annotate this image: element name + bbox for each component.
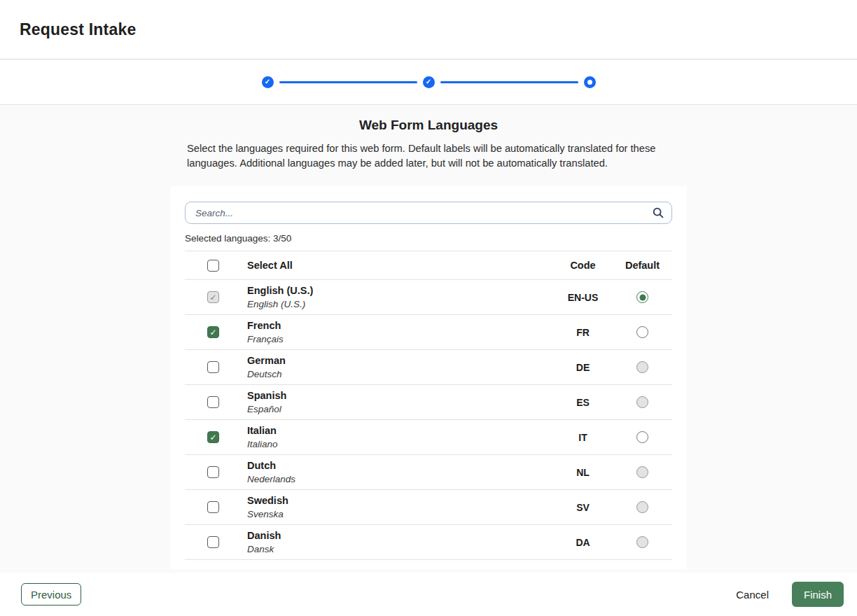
language-name: German	[247, 354, 553, 367]
row-checkbox[interactable]: ✓	[207, 361, 219, 373]
table-row: ✓ German Deutsch DE	[185, 350, 672, 385]
previous-button[interactable]: Previous	[21, 583, 81, 606]
language-code: NL	[553, 467, 613, 478]
default-radio[interactable]	[636, 431, 648, 443]
language-native-name: Dansk	[247, 543, 553, 555]
table-row: ✓ Danish Dansk DA	[185, 525, 672, 560]
step-connector	[279, 81, 417, 83]
language-code: EN-US	[553, 292, 613, 303]
default-radio	[636, 501, 648, 513]
default-radio	[636, 536, 648, 548]
language-name: Spanish	[247, 389, 553, 402]
default-column-header: Default	[625, 260, 660, 271]
table-row: ✓ French Français FR	[185, 315, 672, 350]
default-radio	[636, 396, 648, 408]
selected-languages-count: Selected languages: 3/50	[185, 233, 672, 244]
table-row: ✓ English (U.S.) English (U.S.) EN-US	[185, 280, 672, 315]
footer-bar: Previous Cancel Finish	[0, 573, 857, 616]
step-complete-icon[interactable]: ✓	[423, 76, 435, 88]
cancel-button[interactable]: Cancel	[736, 589, 769, 601]
row-checkbox[interactable]: ✓	[207, 501, 219, 513]
row-checkbox[interactable]: ✓	[207, 466, 219, 478]
language-code: SV	[553, 502, 613, 513]
language-native-name: Italiano	[247, 438, 553, 450]
language-name: Dutch	[247, 459, 553, 472]
language-code: DE	[553, 362, 613, 373]
stepper-band: ✓✓	[0, 59, 857, 105]
default-radio[interactable]	[636, 326, 648, 338]
language-name: Italian	[247, 424, 553, 437]
step-connector	[440, 81, 578, 83]
language-panel: Selected languages: 3/50 ✓ Select All Co…	[170, 186, 687, 569]
search-input[interactable]	[185, 202, 672, 224]
step-current-icon[interactable]	[584, 76, 596, 88]
page-title: Request Intake	[20, 20, 136, 39]
language-native-name: Deutsch	[247, 368, 553, 380]
default-radio	[636, 466, 648, 478]
table-row: ✓ Spanish Español ES	[185, 385, 672, 420]
row-checkbox[interactable]: ✓	[207, 396, 219, 408]
language-table: ✓ Select All Code Default ✓ English (U.S…	[185, 251, 672, 560]
search-icon[interactable]	[652, 206, 664, 219]
row-checkbox[interactable]: ✓	[207, 536, 219, 548]
app-header: Request Intake	[0, 0, 857, 59]
language-code: FR	[553, 327, 613, 338]
table-header-row: ✓ Select All Code Default	[185, 251, 672, 280]
language-code: IT	[553, 432, 613, 443]
row-checkbox[interactable]: ✓	[207, 326, 219, 338]
default-radio	[636, 361, 648, 373]
stepper: ✓✓	[262, 76, 596, 88]
code-column-header: Code	[553, 260, 613, 271]
language-native-name: Español	[247, 403, 553, 415]
language-name: Swedish	[247, 494, 553, 507]
row-checkbox: ✓	[207, 291, 219, 303]
table-row: ✓ Dutch Nederlands NL	[185, 455, 672, 490]
language-name: Danish	[247, 529, 553, 542]
default-radio[interactable]	[636, 291, 648, 303]
select-all-checkbox[interactable]: ✓	[207, 260, 219, 272]
language-name: French	[247, 319, 553, 332]
language-native-name: Français	[247, 333, 553, 345]
search-bar	[185, 202, 672, 224]
step-complete-icon[interactable]: ✓	[262, 76, 274, 88]
language-name: English (U.S.)	[247, 284, 553, 297]
section-heading: Web Form Languages	[0, 118, 857, 133]
table-row: ✓ Swedish Svenska SV	[185, 490, 672, 525]
select-all-label: Select All	[247, 260, 293, 271]
language-native-name: Nederlands	[247, 473, 553, 485]
finish-button[interactable]: Finish	[792, 582, 844, 607]
main-content: Web Form Languages Select the languages …	[0, 105, 857, 573]
table-row: ✓ Italian Italiano IT	[185, 420, 672, 455]
language-native-name: Svenska	[247, 508, 553, 520]
language-code: ES	[553, 397, 613, 408]
row-checkbox[interactable]: ✓	[207, 431, 219, 443]
section-description: Select the languages required for this w…	[187, 141, 670, 171]
language-native-name: English (U.S.)	[247, 298, 553, 310]
language-code: DA	[553, 537, 613, 548]
language-table-body: ✓ English (U.S.) English (U.S.) EN-US ✓ …	[185, 280, 672, 560]
